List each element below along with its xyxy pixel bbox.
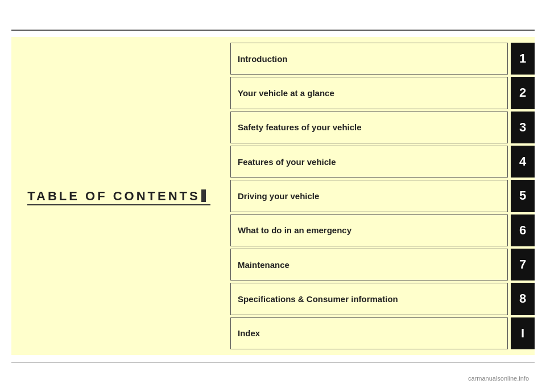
watermark: carmanualsonline.info [468,375,529,382]
list-item: Index [230,317,508,349]
toc-item-number: 4 [511,146,535,178]
main-content: TABLE OF CONTENTS Introduction1Your vehi… [11,37,535,355]
table-row[interactable]: Maintenance7 [230,249,535,280]
left-panel: TABLE OF CONTENTS [11,37,222,355]
table-row[interactable]: Features of your vehicle4 [230,146,535,178]
table-row[interactable]: Specifications & Consumer information8 [230,283,535,315]
toc-item-label: Maintenance [238,260,289,270]
table-row[interactable]: IndexI [230,317,535,349]
toc-item-label: What to do in an emergency [238,225,351,235]
toc-item-number: 8 [511,283,535,315]
toc-item-number: 2 [511,77,535,109]
list-item: What to do in an emergency [230,214,508,246]
list-item: Driving your vehicle [230,180,508,212]
toc-item-label: Specifications & Consumer information [238,294,398,304]
table-row[interactable]: Driving your vehicle5 [230,180,535,212]
list-item: Maintenance [230,249,508,280]
toc-title: TABLE OF CONTENTS [27,189,205,204]
toc-cursor [201,189,206,202]
toc-item-number: 5 [511,180,535,212]
table-row[interactable]: Your vehicle at a glance2 [230,77,535,109]
toc-item-label: Introduction [238,54,287,64]
toc-item-number: 6 [511,214,535,246]
table-row[interactable]: Introduction1 [230,43,535,75]
list-item: Features of your vehicle [230,146,508,178]
toc-item-number: 3 [511,112,535,143]
top-divider [11,30,535,31]
toc-item-number: 1 [511,43,535,75]
list-item: Introduction [230,43,508,75]
toc-item-label: Driving your vehicle [238,191,319,201]
toc-item-label: Safety features of your vehicle [238,122,362,132]
toc-item-number: I [511,317,535,349]
bottom-divider [11,362,535,363]
toc-item-label: Your vehicle at a glance [238,88,334,98]
toc-list: Introduction1Your vehicle at a glance2Sa… [222,37,535,355]
table-row[interactable]: Safety features of your vehicle3 [230,112,535,143]
list-item: Specifications & Consumer information [230,283,508,315]
toc-title-text: TABLE OF CONTENTS [27,189,200,203]
toc-item-label: Index [238,328,260,338]
toc-item-label: Features of your vehicle [238,157,336,167]
toc-item-number: 7 [511,249,535,280]
table-row[interactable]: What to do in an emergency6 [230,214,535,246]
list-item: Your vehicle at a glance [230,77,508,109]
list-item: Safety features of your vehicle [230,112,508,143]
